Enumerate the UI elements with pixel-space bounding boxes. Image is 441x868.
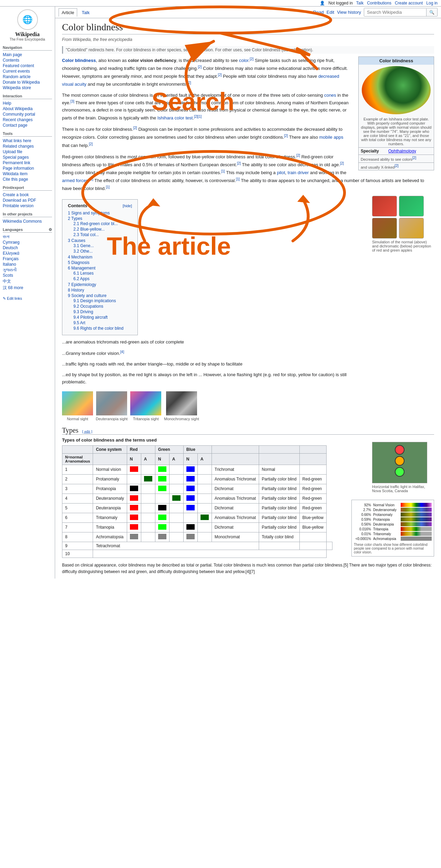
armed-forces-link[interactable]: armed forces bbox=[62, 178, 88, 183]
cones-link[interactable]: cones bbox=[324, 93, 336, 98]
sidebar-item-donate[interactable]: Donate to Wikipedia bbox=[3, 80, 52, 85]
toc-item-6-2[interactable]: 6.2 Apps bbox=[73, 276, 90, 281]
toc-item-3-2[interactable]: 3.2 Othe... bbox=[73, 249, 93, 254]
row-partial: Red-green bbox=[299, 503, 326, 513]
sidebar-lang-francais[interactable]: Français bbox=[3, 256, 52, 262]
read-link[interactable]: Read bbox=[313, 10, 324, 15]
toc-item-9-3[interactable]: 9.3 Driving bbox=[73, 309, 93, 314]
create-account-link[interactable]: Create account bbox=[395, 1, 423, 6]
sidebar-item-upload[interactable]: Upload file bbox=[3, 149, 52, 155]
sidebar-item-cite[interactable]: Cite this page bbox=[3, 177, 52, 182]
sidebar-lang-chinese[interactable]: 中文 bbox=[3, 278, 52, 285]
sidebar-item-store[interactable]: Wikipedia store bbox=[3, 85, 52, 91]
sidebar-item-download-pdf[interactable]: Download as PDF bbox=[3, 198, 52, 203]
toc-item-1[interactable]: 1 Signs and symptoms bbox=[68, 211, 110, 215]
sidebar-lang-italiano[interactable]: Italiano bbox=[3, 262, 52, 267]
toc-item-5[interactable]: 5 Diagnosis bbox=[68, 260, 90, 265]
row-desc: Partially color blind bbox=[259, 503, 299, 513]
toc-item-6-1[interactable]: 6.1 Lenses bbox=[73, 271, 94, 276]
layout: 🌐 Wikipedia The Free Encyclopedia Naviga… bbox=[0, 7, 441, 579]
sidebar-item-contents[interactable]: Contents bbox=[3, 57, 52, 63]
infobox-specialty-row: Specialty Ophthalmology bbox=[359, 147, 434, 155]
infobox-specialty-value[interactable]: Ophthalmology bbox=[388, 149, 416, 154]
sidebar-lang-deutsch[interactable]: Deutsch bbox=[3, 245, 52, 251]
sidebar-lang-bangla[interactable]: বাংলা bbox=[3, 234, 52, 240]
traffic-caption: Horizontal traffic light in Halifax, Nov… bbox=[372, 485, 434, 493]
green-apple-colorblind-image bbox=[399, 218, 424, 239]
types-section-title: Types [ edit ] bbox=[62, 426, 434, 435]
sidebar-item-printable[interactable]: Printable version bbox=[3, 203, 52, 209]
toc-item-7[interactable]: 7 Epidemiology bbox=[68, 282, 96, 287]
edit-link-tab[interactable]: Edit bbox=[327, 10, 334, 15]
from-wikipedia: From Wikipedia, the free encyclopedia bbox=[62, 37, 434, 42]
sidebar-item-wikidata[interactable]: Wikidata item bbox=[3, 171, 52, 177]
train-driver-link[interactable]: train driver bbox=[288, 170, 309, 175]
ishihara-link[interactable]: Ishihara color test bbox=[157, 116, 193, 121]
green-apple-image bbox=[399, 196, 424, 216]
sidebar-item-random[interactable]: Random article bbox=[3, 74, 52, 80]
log-in-link[interactable]: Log in bbox=[426, 1, 438, 6]
sidebar-item-special[interactable]: Special pages bbox=[3, 155, 52, 160]
sidebar-item-community[interactable]: Community portal bbox=[3, 112, 52, 117]
toc-item-3-1[interactable]: 3.1 Gene... bbox=[73, 243, 94, 248]
toc-item-9-2[interactable]: 9.2 Occupations bbox=[73, 304, 103, 309]
contributions-link[interactable]: Contributions bbox=[367, 1, 391, 6]
search-button[interactable]: 🔍 bbox=[426, 9, 437, 16]
toc-item-9-5[interactable]: 9.5 Art bbox=[73, 320, 85, 325]
view-history-link[interactable]: View history bbox=[337, 10, 361, 15]
toc-item-2-1[interactable]: 2.1 Red-green color bl... bbox=[73, 221, 118, 226]
chart-row-6: 0.016% Tritanopia bbox=[354, 527, 432, 531]
sidebar-lang-more[interactable]: 汉 68 more bbox=[3, 285, 52, 291]
sidebar-item-help[interactable]: Help bbox=[3, 100, 52, 106]
toc-item-9-6[interactable]: 9.6 Rights of the color blind bbox=[73, 326, 123, 331]
toc-item-9-1[interactable]: 9.1 Design implications bbox=[73, 298, 116, 303]
languages-title: Languages ⚙ bbox=[3, 227, 52, 233]
sidebar-item-page-info[interactable]: Page information bbox=[3, 166, 52, 171]
toc-item-2-2[interactable]: 2.2 Blue-yellow... bbox=[73, 227, 105, 232]
row-desc: Normal bbox=[259, 465, 299, 474]
toc-item-2[interactable]: 2 Types bbox=[68, 216, 82, 221]
decreased-visual-acuity-link[interactable]: decreased visual acuity bbox=[62, 74, 339, 87]
sidebar-item-recent[interactable]: Recent changes bbox=[3, 117, 52, 123]
toc-item-4[interactable]: 4 Mechanism bbox=[68, 255, 92, 260]
chart-bar-2 bbox=[401, 508, 432, 512]
toc-item-3[interactable]: 3 Causes bbox=[68, 238, 85, 243]
talk-link[interactable]: Talk bbox=[356, 1, 363, 6]
color-link[interactable]: color bbox=[239, 58, 248, 63]
sidebar-item-contact[interactable]: Contact page bbox=[3, 123, 52, 128]
toc-item-9-4[interactable]: 9.4 Piloting aircraft bbox=[73, 315, 107, 320]
tab-article[interactable]: Article bbox=[59, 8, 77, 17]
swatch bbox=[130, 486, 138, 491]
driving-paragraph-2: ...Granny texture color vision.[4] bbox=[62, 349, 434, 357]
edit-links-link[interactable]: ✎ Edit links bbox=[3, 296, 52, 301]
sidebar-item-related-changes[interactable]: Related changes bbox=[3, 144, 52, 149]
sidebar-item-current-events[interactable]: Current events bbox=[3, 68, 52, 74]
sidebar-item-create-book[interactable]: Create a book bbox=[3, 192, 52, 198]
toc-item-2-3[interactable]: 2.3 Total col... bbox=[73, 232, 99, 237]
toc-item-8[interactable]: 8 History bbox=[68, 288, 84, 293]
tab-talk[interactable]: Talk bbox=[79, 8, 93, 17]
sidebar-item-permanent[interactable]: Permanent link bbox=[3, 160, 52, 166]
sidebar-lang-scots[interactable]: Scots bbox=[3, 273, 52, 278]
table-row: 4 Deuteranomaly Anomalous Trichromat Par… bbox=[62, 494, 332, 503]
search-input[interactable] bbox=[364, 8, 426, 16]
sidebar-item-wikimedia[interactable]: Wikimedia Commons bbox=[3, 219, 52, 224]
sidebar-item-main-page[interactable]: Main page bbox=[3, 52, 52, 57]
sidebar-lang-greek[interactable]: Ελληνικά bbox=[3, 251, 52, 256]
mobile-apps-link[interactable]: mobile apps bbox=[319, 135, 343, 140]
toc-item-6[interactable]: 6 Management bbox=[68, 266, 95, 271]
toc-hide-link[interactable]: [hide] bbox=[123, 204, 132, 208]
pilot-link[interactable]: pilot bbox=[277, 170, 285, 175]
ophthalmology-link[interactable]: Ophthalmology bbox=[388, 149, 416, 154]
types-edit-link[interactable]: [ edit ] bbox=[82, 429, 92, 433]
th-ga: A bbox=[169, 453, 183, 465]
row-name: Achromatopsia bbox=[93, 532, 127, 542]
sidebar-lang-cymraeg[interactable]: Cymraeg bbox=[3, 240, 52, 245]
color-blindness-bold-link[interactable]: Color blindness bbox=[62, 58, 96, 63]
sidebar-item-what-links[interactable]: What links here bbox=[3, 138, 52, 144]
sidebar-item-featured[interactable]: Featured content bbox=[3, 63, 52, 68]
sidebar-item-about[interactable]: About Wikipedia bbox=[3, 106, 52, 112]
languages-settings-icon[interactable]: ⚙ bbox=[49, 227, 52, 232]
sidebar-lang-gujarati[interactable]: ગુજરાતી bbox=[3, 267, 52, 273]
toc-item-9[interactable]: 9 Society and culture bbox=[68, 293, 106, 298]
